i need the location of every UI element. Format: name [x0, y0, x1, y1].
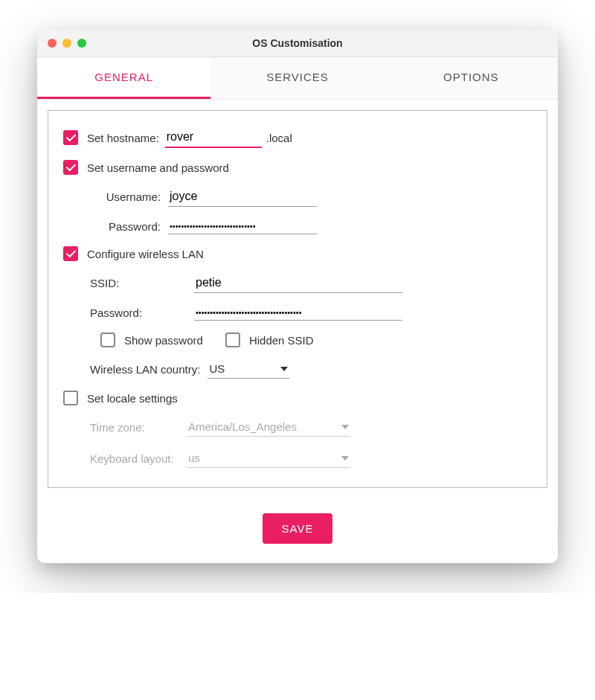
- wlan-password-row: Password:: [63, 305, 532, 321]
- wlan-label: Configure wireless LAN: [87, 248, 204, 260]
- password-label: Password:: [90, 220, 161, 233]
- userpass-checkbox[interactable]: [63, 160, 78, 175]
- window-title: OS Customisation: [48, 37, 547, 49]
- locale-label: Set locale settings: [87, 392, 178, 405]
- close-icon[interactable]: [48, 39, 57, 48]
- keyboard-select[interactable]: us: [187, 449, 350, 468]
- content: Set hostname: .local Set username and pa…: [37, 100, 558, 498]
- general-panel: Set hostname: .local Set username and pa…: [48, 110, 547, 488]
- hidden-ssid-group: Hidden SSID: [225, 333, 314, 347]
- titlebar: OS Customisation: [37, 30, 558, 57]
- hidden-ssid-label: Hidden SSID: [249, 334, 314, 347]
- traffic-lights: [48, 39, 86, 48]
- chevron-down-icon: [341, 456, 349, 460]
- username-row: Username:: [63, 187, 532, 207]
- ssid-label: SSID:: [90, 277, 149, 289]
- keyboard-value: us: [188, 452, 200, 464]
- hostname-label: Set hostname:: [87, 132, 159, 144]
- locale-checkbox[interactable]: [63, 391, 78, 405]
- ssid-row: SSID:: [63, 273, 532, 293]
- hostname-row: Set hostname: .local: [63, 127, 532, 148]
- password-row: Password:: [63, 219, 532, 234]
- wlan-password-label: Password:: [90, 306, 149, 319]
- wlan-password-input[interactable]: [194, 305, 402, 321]
- save-button[interactable]: SAVE: [263, 513, 333, 544]
- wlan-country-label: Wireless LAN country:: [90, 363, 200, 376]
- hidden-ssid-checkbox[interactable]: [225, 333, 240, 347]
- minimize-icon[interactable]: [62, 39, 71, 48]
- tab-options[interactable]: OPTIONS: [385, 57, 558, 99]
- locale-row: Set locale settings: [63, 391, 532, 405]
- wlan-country-value: US: [209, 362, 225, 375]
- keyboard-row: Keyboard layout: us: [63, 449, 532, 468]
- show-password-label: Show password: [124, 334, 203, 347]
- keyboard-label: Keyboard layout:: [90, 452, 187, 465]
- password-input[interactable]: [168, 219, 317, 234]
- timezone-label: Time zone:: [90, 421, 187, 434]
- wlan-country-select[interactable]: US: [208, 359, 289, 379]
- timezone-select[interactable]: America/Los_Angeles: [187, 417, 350, 437]
- username-label: Username:: [90, 190, 161, 203]
- show-password-checkbox[interactable]: [100, 333, 115, 347]
- hostname-checkbox[interactable]: [63, 130, 78, 145]
- maximize-icon[interactable]: [77, 39, 86, 48]
- hostname-suffix: .local: [266, 132, 292, 144]
- username-input[interactable]: [168, 187, 317, 207]
- footer: SAVE: [37, 498, 558, 563]
- chevron-down-icon: [280, 367, 288, 371]
- ssid-input[interactable]: [194, 273, 402, 293]
- userpass-label: Set username and password: [87, 161, 229, 174]
- hostname-input[interactable]: [165, 127, 262, 148]
- wlan-checkbox[interactable]: [63, 246, 78, 261]
- timezone-value: America/Los_Angeles: [188, 420, 297, 433]
- wlan-options-row: Show password Hidden SSID: [63, 333, 532, 347]
- tabs: GENERAL SERVICES OPTIONS: [37, 57, 558, 100]
- chevron-down-icon: [341, 425, 349, 429]
- os-customisation-window: OS Customisation GENERAL SERVICES OPTION…: [37, 30, 558, 563]
- timezone-row: Time zone: America/Los_Angeles: [63, 417, 532, 437]
- wlan-row: Configure wireless LAN: [63, 246, 532, 261]
- tab-general[interactable]: GENERAL: [37, 57, 210, 99]
- wlan-country-row: Wireless LAN country: US: [63, 359, 532, 379]
- show-password-group: Show password: [100, 333, 203, 347]
- userpass-row: Set username and password: [63, 160, 532, 175]
- tab-services[interactable]: SERVICES: [210, 57, 384, 99]
